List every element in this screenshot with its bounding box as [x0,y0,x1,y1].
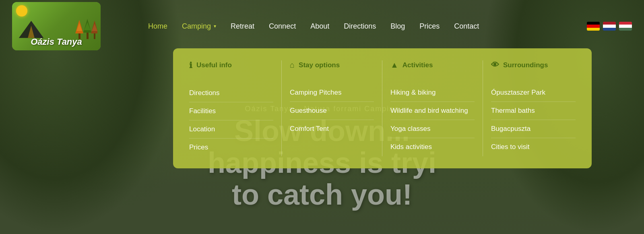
nav-about[interactable]: About [303,19,336,34]
dropdown-col-0: ℹUseful infoDirectionsFacilitiesLocation… [181,60,282,156]
col-header-1: ⌂Stay options [290,60,374,74]
logo-tent-icon [18,20,44,39]
col-title-1: Stay options [299,61,340,69]
col-icon-1: ⌂ [290,60,295,70]
col-item-2-2[interactable]: Yoga classes [390,120,475,138]
col-item-0-3[interactable]: Prices [189,139,273,156]
svg-marker-11 [92,24,97,31]
camping-dropdown: ℹUseful infoDirectionsFacilitiesLocation… [173,48,592,168]
col-item-3-1[interactable]: Thermal baths [491,102,576,120]
svg-marker-8 [84,22,91,30]
col-header-2: ▲Activities [390,60,475,74]
col-icon-3: 👁 [491,60,499,70]
col-item-0-2[interactable]: Location [189,120,273,139]
svg-rect-6 [87,33,89,39]
chevron-down-icon: ▾ [214,23,216,29]
site-logo[interactable]: Oázis Tanya [12,2,101,50]
nav-links: Home Camping ▾ Retreat Connect About Dir… [141,19,587,34]
col-item-3-0[interactable]: Ópusztaszer Park [491,84,576,102]
nav-connect[interactable]: Connect [262,19,303,34]
col-item-1-2[interactable]: Comfort Tent [290,120,374,138]
svg-rect-9 [94,33,95,39]
col-item-0-1[interactable]: Facilities [189,102,273,120]
navbar: Oázis Tanya Home Camping ▾ Retreat Conne… [0,0,644,52]
nav-retreat[interactable]: Retreat [223,19,262,34]
col-header-0: ℹUseful info [189,60,273,74]
col-item-0-0[interactable]: Directions [189,84,273,102]
col-header-3: 👁Surroundings [491,60,576,74]
logo-text: Oázis Tanya [31,37,82,47]
nav-blog[interactable]: Blog [383,19,412,34]
hero-line3: to catch you! [0,179,644,211]
flag-german[interactable] [587,22,600,31]
dropdown-col-2: ▲ActivitiesHiking & bikingWildlife and b… [382,60,483,156]
nav-home[interactable]: Home [141,19,175,34]
nav-prices[interactable]: Prices [412,19,447,34]
flag-dutch[interactable] [603,22,616,31]
dropdown-col-1: ⌂Stay optionsCamping PitchesGuesthouseCo… [282,60,382,156]
col-title-0: Useful info [196,61,232,69]
col-title-2: Activities [402,61,433,69]
col-icon-0: ℹ [189,60,192,70]
nav-contact[interactable]: Contact [447,19,486,34]
nav-camping[interactable]: Camping ▾ [175,19,223,34]
col-item-3-2[interactable]: Bugacpuszta [491,120,576,138]
col-item-1-1[interactable]: Guesthouse [290,102,374,120]
col-item-2-1[interactable]: Wildlife and bird watching [390,102,475,120]
col-item-3-3[interactable]: Cities to visit [491,138,576,156]
logo-sun-icon [16,5,27,17]
dropdown-col-3: 👁SurroundingsÓpusztaszer ParkThermal bat… [483,60,584,156]
col-item-2-0[interactable]: Hiking & biking [390,84,475,102]
flag-hungarian[interactable] [619,22,632,31]
language-flags [587,22,632,31]
col-item-2-3[interactable]: Kids activities [390,138,475,156]
col-item-1-0[interactable]: Camping Pitches [290,84,374,102]
col-icon-2: ▲ [390,60,398,70]
logo-trees-icon [75,18,97,39]
nav-directions[interactable]: Directions [336,19,383,34]
col-title-3: Surroundings [503,61,548,69]
